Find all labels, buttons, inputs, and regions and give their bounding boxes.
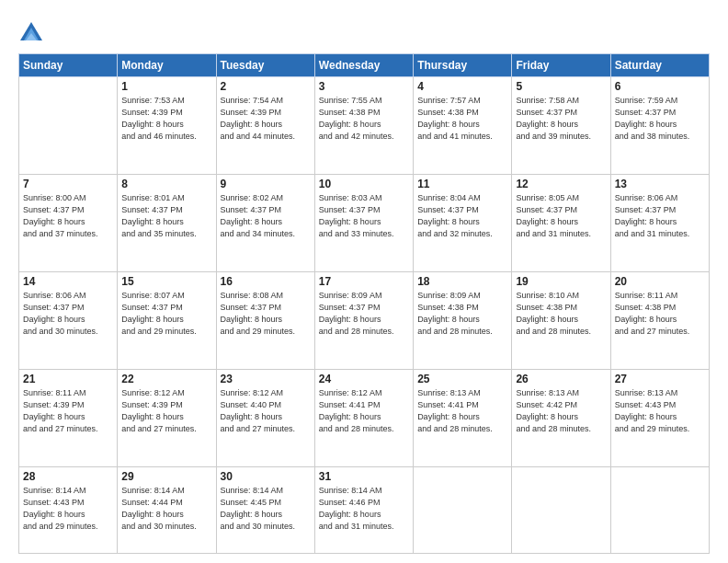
sunset-text: Sunset: 4:39 PM	[221, 108, 282, 117]
daylight-text: Daylight: 8 hours	[516, 120, 578, 129]
sunset-text: Sunset: 4:38 PM	[615, 303, 677, 312]
calendar-week-row: 14Sunrise: 8:06 AMSunset: 4:37 PMDayligh…	[19, 272, 710, 370]
day-info: Sunrise: 8:13 AMSunset: 4:43 PMDaylight:…	[615, 387, 705, 435]
day-number: 22	[121, 373, 211, 385]
calendar-cell	[414, 467, 512, 554]
day-number: 18	[417, 275, 507, 288]
daylight-text: Daylight: 8 hours	[23, 412, 85, 421]
daylight-text: Daylight: 8 hours	[516, 315, 578, 324]
sunrise-text: Sunrise: 8:06 AM	[23, 291, 86, 300]
sunrise-text: Sunrise: 8:03 AM	[319, 193, 382, 202]
sunrise-text: Sunrise: 8:11 AM	[615, 291, 678, 300]
calendar-header-thursday: Thursday	[414, 54, 512, 77]
day-number: 13	[615, 178, 705, 190]
day-info: Sunrise: 8:05 AMSunset: 4:37 PMDaylight:…	[516, 192, 606, 240]
daylight-text: Daylight: 8 hours	[417, 217, 480, 226]
day-number: 28	[23, 470, 113, 483]
day-info: Sunrise: 8:12 AMSunset: 4:39 PMDaylight:…	[121, 387, 211, 435]
sunset-text: Sunset: 4:41 PM	[417, 400, 479, 409]
sunset-text: Sunset: 4:37 PM	[319, 303, 381, 312]
calendar-cell: 27Sunrise: 8:13 AMSunset: 4:43 PMDayligh…	[610, 370, 709, 467]
daylight-text: Daylight: 8 hours	[516, 217, 578, 226]
day-info: Sunrise: 8:07 AMSunset: 4:37 PMDaylight:…	[121, 290, 211, 338]
day-number: 27	[615, 373, 705, 385]
day-info: Sunrise: 8:14 AMSunset: 4:44 PMDaylight:…	[121, 485, 211, 533]
daylight-text: Daylight: 8 hours	[121, 315, 184, 324]
calendar-cell: 31Sunrise: 8:14 AMSunset: 4:46 PMDayligh…	[314, 467, 413, 554]
daylight-text2: and and 30 minutes.	[121, 522, 197, 531]
daylight-text2: and and 38 minutes.	[615, 132, 690, 141]
sunrise-text: Sunrise: 7:53 AM	[121, 96, 185, 105]
daylight-text2: and and 27 minutes.	[121, 424, 197, 433]
day-number: 25	[417, 373, 507, 385]
sunset-text: Sunset: 4:37 PM	[417, 205, 479, 214]
calendar-cell: 14Sunrise: 8:06 AMSunset: 4:37 PMDayligh…	[19, 272, 118, 370]
daylight-text: Daylight: 8 hours	[221, 217, 283, 226]
day-number: 6	[615, 80, 705, 93]
calendar-cell: 2Sunrise: 7:54 AMSunset: 4:39 PMDaylight…	[216, 77, 314, 175]
calendar-cell: 18Sunrise: 8:09 AMSunset: 4:38 PMDayligh…	[414, 272, 512, 370]
daylight-text2: and and 28 minutes.	[319, 424, 394, 433]
sunrise-text: Sunrise: 8:13 AM	[417, 388, 481, 397]
sunset-text: Sunset: 4:37 PM	[121, 205, 183, 214]
day-info: Sunrise: 7:53 AMSunset: 4:39 PMDaylight:…	[121, 95, 211, 143]
calendar-cell: 7Sunrise: 8:00 AMSunset: 4:37 PMDaylight…	[19, 175, 118, 272]
daylight-text: Daylight: 8 hours	[319, 510, 381, 519]
calendar-cell: 23Sunrise: 8:12 AMSunset: 4:40 PMDayligh…	[216, 370, 314, 467]
daylight-text: Daylight: 8 hours	[121, 120, 184, 129]
daylight-text2: and and 34 minutes.	[221, 229, 296, 238]
sunset-text: Sunset: 4:37 PM	[615, 205, 677, 214]
day-info: Sunrise: 8:06 AMSunset: 4:37 PMDaylight:…	[615, 192, 705, 240]
calendar-cell: 28Sunrise: 8:14 AMSunset: 4:43 PMDayligh…	[19, 467, 118, 554]
day-number: 11	[417, 178, 507, 190]
page: SundayMondayTuesdayWednesdayThursdayFrid…	[0, 0, 728, 563]
day-info: Sunrise: 8:13 AMSunset: 4:42 PMDaylight:…	[516, 387, 606, 435]
calendar-cell: 17Sunrise: 8:09 AMSunset: 4:37 PMDayligh…	[314, 272, 413, 370]
day-number: 31	[319, 470, 409, 483]
daylight-text: Daylight: 8 hours	[23, 217, 85, 226]
calendar-header-monday: Monday	[118, 54, 216, 77]
sunrise-text: Sunrise: 8:14 AM	[221, 486, 284, 495]
day-number: 4	[417, 80, 507, 93]
day-number: 16	[221, 275, 311, 288]
daylight-text2: and and 27 minutes.	[23, 424, 98, 433]
sunrise-text: Sunrise: 8:01 AM	[121, 193, 185, 202]
calendar-week-row: 28Sunrise: 8:14 AMSunset: 4:43 PMDayligh…	[19, 467, 710, 554]
sunrise-text: Sunrise: 7:58 AM	[516, 96, 579, 105]
daylight-text: Daylight: 8 hours	[417, 412, 480, 421]
calendar-header-row: SundayMondayTuesdayWednesdayThursdayFrid…	[19, 54, 710, 77]
day-info: Sunrise: 8:09 AMSunset: 4:37 PMDaylight:…	[319, 290, 409, 338]
sunset-text: Sunset: 4:38 PM	[417, 108, 479, 117]
day-number: 5	[516, 80, 606, 93]
sunrise-text: Sunrise: 8:13 AM	[516, 388, 579, 397]
daylight-text: Daylight: 8 hours	[221, 120, 283, 129]
daylight-text2: and and 28 minutes.	[417, 424, 493, 433]
calendar-cell: 4Sunrise: 7:57 AMSunset: 4:38 PMDaylight…	[414, 77, 512, 175]
daylight-text2: and and 33 minutes.	[319, 229, 394, 238]
sunset-text: Sunset: 4:44 PM	[121, 498, 183, 507]
daylight-text: Daylight: 8 hours	[319, 315, 381, 324]
sunset-text: Sunset: 4:45 PM	[221, 498, 282, 507]
sunrise-text: Sunrise: 8:08 AM	[221, 291, 284, 300]
calendar-header-friday: Friday	[512, 54, 610, 77]
sunset-text: Sunset: 4:37 PM	[516, 108, 577, 117]
calendar-cell: 1Sunrise: 7:53 AMSunset: 4:39 PMDaylight…	[118, 77, 216, 175]
sunrise-text: Sunrise: 7:55 AM	[319, 96, 382, 105]
daylight-text2: and and 46 minutes.	[121, 132, 197, 141]
daylight-text2: and and 31 minutes.	[319, 522, 394, 531]
calendar-cell: 12Sunrise: 8:05 AMSunset: 4:37 PMDayligh…	[512, 175, 610, 272]
day-number: 21	[23, 373, 113, 385]
calendar-cell: 13Sunrise: 8:06 AMSunset: 4:37 PMDayligh…	[610, 175, 709, 272]
day-info: Sunrise: 8:09 AMSunset: 4:38 PMDaylight:…	[417, 290, 507, 338]
day-number: 7	[23, 178, 113, 190]
calendar-cell: 10Sunrise: 8:03 AMSunset: 4:37 PMDayligh…	[314, 175, 413, 272]
day-info: Sunrise: 8:10 AMSunset: 4:38 PMDaylight:…	[516, 290, 606, 338]
day-number: 17	[319, 275, 409, 288]
daylight-text: Daylight: 8 hours	[319, 412, 381, 421]
daylight-text: Daylight: 8 hours	[615, 120, 677, 129]
day-number: 10	[319, 178, 409, 190]
daylight-text: Daylight: 8 hours	[516, 412, 578, 421]
day-number: 9	[221, 178, 311, 190]
sunrise-text: Sunrise: 8:05 AM	[516, 193, 579, 202]
sunrise-text: Sunrise: 7:57 AM	[417, 96, 481, 105]
